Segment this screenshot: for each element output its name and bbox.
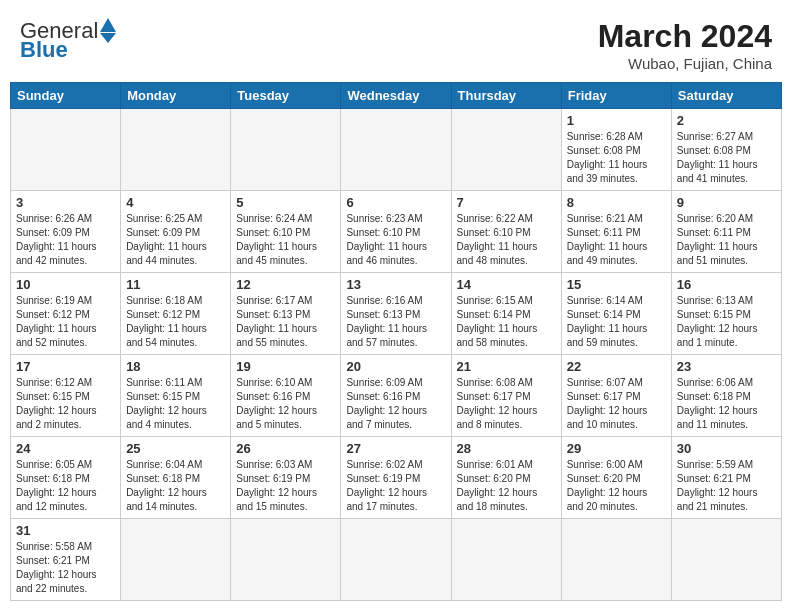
day-info: Sunrise: 6:00 AM Sunset: 6:20 PM Dayligh… (567, 458, 666, 514)
week-row-6: 31Sunrise: 5:58 AM Sunset: 6:21 PM Dayli… (11, 519, 782, 601)
week-row-4: 17Sunrise: 6:12 AM Sunset: 6:15 PM Dayli… (11, 355, 782, 437)
day-number: 19 (236, 359, 335, 374)
calendar-cell: 20Sunrise: 6:09 AM Sunset: 6:16 PM Dayli… (341, 355, 451, 437)
day-number: 4 (126, 195, 225, 210)
day-number: 8 (567, 195, 666, 210)
calendar-cell (451, 109, 561, 191)
day-info: Sunrise: 6:06 AM Sunset: 6:18 PM Dayligh… (677, 376, 776, 432)
calendar-cell: 18Sunrise: 6:11 AM Sunset: 6:15 PM Dayli… (121, 355, 231, 437)
day-number: 20 (346, 359, 445, 374)
weekday-header-friday: Friday (561, 83, 671, 109)
calendar-cell: 2Sunrise: 6:27 AM Sunset: 6:08 PM Daylig… (671, 109, 781, 191)
day-number: 6 (346, 195, 445, 210)
weekday-header-thursday: Thursday (451, 83, 561, 109)
day-number: 18 (126, 359, 225, 374)
calendar-cell: 19Sunrise: 6:10 AM Sunset: 6:16 PM Dayli… (231, 355, 341, 437)
calendar-table: SundayMondayTuesdayWednesdayThursdayFrid… (10, 82, 782, 601)
day-number: 5 (236, 195, 335, 210)
logo-text-blue: Blue (20, 39, 68, 61)
day-info: Sunrise: 6:27 AM Sunset: 6:08 PM Dayligh… (677, 130, 776, 186)
calendar-cell: 8Sunrise: 6:21 AM Sunset: 6:11 PM Daylig… (561, 191, 671, 273)
day-info: Sunrise: 6:10 AM Sunset: 6:16 PM Dayligh… (236, 376, 335, 432)
day-info: Sunrise: 6:09 AM Sunset: 6:16 PM Dayligh… (346, 376, 445, 432)
calendar-cell: 29Sunrise: 6:00 AM Sunset: 6:20 PM Dayli… (561, 437, 671, 519)
calendar-cell: 27Sunrise: 6:02 AM Sunset: 6:19 PM Dayli… (341, 437, 451, 519)
day-number: 29 (567, 441, 666, 456)
calendar-cell (231, 519, 341, 601)
calendar-cell: 1Sunrise: 6:28 AM Sunset: 6:08 PM Daylig… (561, 109, 671, 191)
day-number: 23 (677, 359, 776, 374)
calendar-cell: 17Sunrise: 6:12 AM Sunset: 6:15 PM Dayli… (11, 355, 121, 437)
day-number: 3 (16, 195, 115, 210)
calendar-cell: 5Sunrise: 6:24 AM Sunset: 6:10 PM Daylig… (231, 191, 341, 273)
calendar-cell: 24Sunrise: 6:05 AM Sunset: 6:18 PM Dayli… (11, 437, 121, 519)
location-subtitle: Wubao, Fujian, China (598, 55, 772, 72)
week-row-2: 3Sunrise: 6:26 AM Sunset: 6:09 PM Daylig… (11, 191, 782, 273)
day-number: 27 (346, 441, 445, 456)
weekday-header-sunday: Sunday (11, 83, 121, 109)
day-info: Sunrise: 6:03 AM Sunset: 6:19 PM Dayligh… (236, 458, 335, 514)
weekday-header-row: SundayMondayTuesdayWednesdayThursdayFrid… (11, 83, 782, 109)
day-number: 13 (346, 277, 445, 292)
calendar-cell: 6Sunrise: 6:23 AM Sunset: 6:10 PM Daylig… (341, 191, 451, 273)
day-info: Sunrise: 6:21 AM Sunset: 6:11 PM Dayligh… (567, 212, 666, 268)
calendar-cell (451, 519, 561, 601)
month-year-title: March 2024 (598, 18, 772, 55)
header: General Blue March 2024 Wubao, Fujian, C… (10, 10, 782, 78)
day-info: Sunrise: 6:15 AM Sunset: 6:14 PM Dayligh… (457, 294, 556, 350)
calendar-cell: 3Sunrise: 6:26 AM Sunset: 6:09 PM Daylig… (11, 191, 121, 273)
calendar-cell: 25Sunrise: 6:04 AM Sunset: 6:18 PM Dayli… (121, 437, 231, 519)
day-info: Sunrise: 6:07 AM Sunset: 6:17 PM Dayligh… (567, 376, 666, 432)
day-info: Sunrise: 6:28 AM Sunset: 6:08 PM Dayligh… (567, 130, 666, 186)
calendar-cell (121, 109, 231, 191)
calendar-cell: 26Sunrise: 6:03 AM Sunset: 6:19 PM Dayli… (231, 437, 341, 519)
day-info: Sunrise: 6:13 AM Sunset: 6:15 PM Dayligh… (677, 294, 776, 350)
day-number: 10 (16, 277, 115, 292)
logo: General Blue (20, 18, 116, 61)
calendar-cell: 13Sunrise: 6:16 AM Sunset: 6:13 PM Dayli… (341, 273, 451, 355)
day-info: Sunrise: 6:14 AM Sunset: 6:14 PM Dayligh… (567, 294, 666, 350)
day-number: 9 (677, 195, 776, 210)
day-number: 2 (677, 113, 776, 128)
day-number: 31 (16, 523, 115, 538)
day-info: Sunrise: 6:02 AM Sunset: 6:19 PM Dayligh… (346, 458, 445, 514)
day-number: 7 (457, 195, 556, 210)
day-number: 12 (236, 277, 335, 292)
day-info: Sunrise: 6:05 AM Sunset: 6:18 PM Dayligh… (16, 458, 115, 514)
calendar-cell: 14Sunrise: 6:15 AM Sunset: 6:14 PM Dayli… (451, 273, 561, 355)
calendar-cell: 31Sunrise: 5:58 AM Sunset: 6:21 PM Dayli… (11, 519, 121, 601)
weekday-header-wednesday: Wednesday (341, 83, 451, 109)
day-info: Sunrise: 6:20 AM Sunset: 6:11 PM Dayligh… (677, 212, 776, 268)
calendar-cell (231, 109, 341, 191)
day-info: Sunrise: 6:04 AM Sunset: 6:18 PM Dayligh… (126, 458, 225, 514)
day-number: 30 (677, 441, 776, 456)
week-row-5: 24Sunrise: 6:05 AM Sunset: 6:18 PM Dayli… (11, 437, 782, 519)
day-number: 21 (457, 359, 556, 374)
day-info: Sunrise: 6:08 AM Sunset: 6:17 PM Dayligh… (457, 376, 556, 432)
day-info: Sunrise: 6:19 AM Sunset: 6:12 PM Dayligh… (16, 294, 115, 350)
weekday-header-monday: Monday (121, 83, 231, 109)
calendar-cell (561, 519, 671, 601)
day-info: Sunrise: 5:59 AM Sunset: 6:21 PM Dayligh… (677, 458, 776, 514)
day-number: 11 (126, 277, 225, 292)
calendar-cell: 10Sunrise: 6:19 AM Sunset: 6:12 PM Dayli… (11, 273, 121, 355)
day-number: 1 (567, 113, 666, 128)
weekday-header-saturday: Saturday (671, 83, 781, 109)
calendar-cell (341, 519, 451, 601)
day-number: 26 (236, 441, 335, 456)
calendar-cell: 22Sunrise: 6:07 AM Sunset: 6:17 PM Dayli… (561, 355, 671, 437)
day-info: Sunrise: 5:58 AM Sunset: 6:21 PM Dayligh… (16, 540, 115, 596)
calendar-cell: 30Sunrise: 5:59 AM Sunset: 6:21 PM Dayli… (671, 437, 781, 519)
calendar-cell: 9Sunrise: 6:20 AM Sunset: 6:11 PM Daylig… (671, 191, 781, 273)
week-row-3: 10Sunrise: 6:19 AM Sunset: 6:12 PM Dayli… (11, 273, 782, 355)
day-number: 16 (677, 277, 776, 292)
calendar-cell: 7Sunrise: 6:22 AM Sunset: 6:10 PM Daylig… (451, 191, 561, 273)
calendar-cell: 11Sunrise: 6:18 AM Sunset: 6:12 PM Dayli… (121, 273, 231, 355)
day-info: Sunrise: 6:17 AM Sunset: 6:13 PM Dayligh… (236, 294, 335, 350)
day-number: 15 (567, 277, 666, 292)
calendar-cell: 21Sunrise: 6:08 AM Sunset: 6:17 PM Dayli… (451, 355, 561, 437)
day-info: Sunrise: 6:26 AM Sunset: 6:09 PM Dayligh… (16, 212, 115, 268)
calendar-cell: 23Sunrise: 6:06 AM Sunset: 6:18 PM Dayli… (671, 355, 781, 437)
calendar-cell (11, 109, 121, 191)
day-number: 25 (126, 441, 225, 456)
